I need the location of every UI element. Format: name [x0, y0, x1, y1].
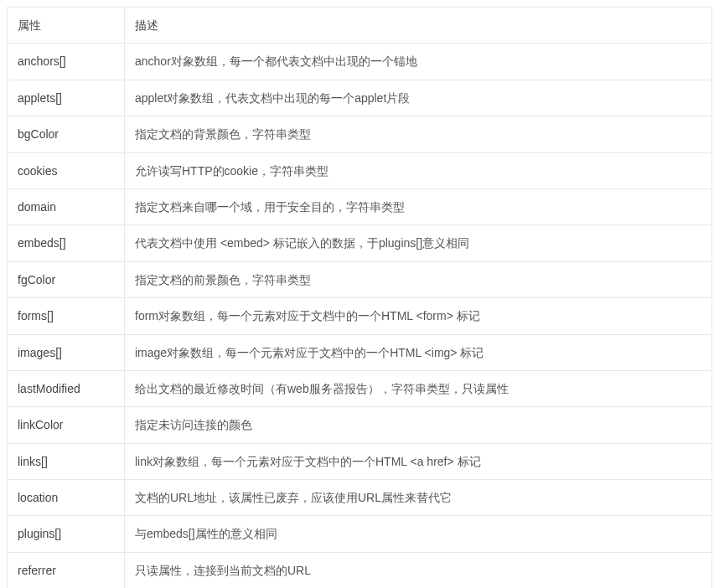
cell-desc: 允许读写HTTP的cookie，字符串类型: [125, 152, 712, 188]
table-body: anchors[] anchor对象数组，每一个都代表文档中出现的一个锚地 ap…: [8, 44, 712, 588]
properties-table: 属性 描述 anchors[] anchor对象数组，每一个都代表文档中出现的一…: [7, 7, 712, 588]
cell-desc: 文档的URL地址，该属性已废弃，应该使用URL属性来替代它: [125, 480, 712, 516]
cell-desc: 代表文档中使用 <embed> 标记嵌入的数据，于plugins[]意义相同: [125, 225, 712, 261]
table-row: links[] link对象数组，每一个元素对应于文档中的一个HTML <a h…: [8, 443, 712, 479]
header-description: 描述: [125, 8, 712, 44]
table-row: bgColor 指定文档的背景颜色，字符串类型: [8, 116, 712, 152]
table-row: plugins[] 与embeds[]属性的意义相同: [8, 516, 712, 552]
cell-attr: forms[]: [8, 298, 125, 334]
cell-attr: links[]: [8, 443, 125, 479]
cell-attr: bgColor: [8, 116, 125, 152]
cell-attr: images[]: [8, 334, 125, 370]
table-header-row: 属性 描述: [8, 8, 712, 44]
cell-desc: 指定文档来自哪一个域，用于安全目的，字符串类型: [125, 188, 712, 224]
cell-desc: 给出文档的最近修改时间（有web服务器报告），字符串类型，只读属性: [125, 370, 712, 406]
table-row: forms[] form对象数组，每一个元素对应于文档中的一个HTML <for…: [8, 298, 712, 334]
cell-attr: domain: [8, 188, 125, 224]
table-row: embeds[] 代表文档中使用 <embed> 标记嵌入的数据，于plugin…: [8, 225, 712, 261]
table-row: anchors[] anchor对象数组，每一个都代表文档中出现的一个锚地: [8, 44, 712, 80]
table-row: cookies 允许读写HTTP的cookie，字符串类型: [8, 152, 712, 188]
cell-attr: referrer: [8, 552, 125, 588]
table-row: linkColor 指定未访问连接的颜色: [8, 407, 712, 443]
cell-attr: cookies: [8, 152, 125, 188]
cell-attr: location: [8, 480, 125, 516]
cell-attr: anchors[]: [8, 44, 125, 80]
cell-attr: embeds[]: [8, 225, 125, 261]
table-row: images[] image对象数组，每一个元素对应于文档中的一个HTML <i…: [8, 334, 712, 370]
cell-desc: applet对象数组，代表文档中出现的每一个applet片段: [125, 80, 712, 116]
table-row: applets[] applet对象数组，代表文档中出现的每一个applet片段: [8, 80, 712, 116]
cell-desc: 指定文档的背景颜色，字符串类型: [125, 116, 712, 152]
cell-desc: 与embeds[]属性的意义相同: [125, 516, 712, 552]
table-row: domain 指定文档来自哪一个域，用于安全目的，字符串类型: [8, 188, 712, 224]
cell-attr: fgColor: [8, 261, 125, 297]
cell-desc: 只读属性，连接到当前文档的URL: [125, 552, 712, 588]
header-attribute: 属性: [8, 8, 125, 44]
table-row: lastModified 给出文档的最近修改时间（有web服务器报告），字符串类…: [8, 370, 712, 406]
cell-desc: 指定未访问连接的颜色: [125, 407, 712, 443]
cell-desc: link对象数组，每一个元素对应于文档中的一个HTML <a href> 标记: [125, 443, 712, 479]
table-row: referrer 只读属性，连接到当前文档的URL: [8, 552, 712, 588]
cell-desc: anchor对象数组，每一个都代表文档中出现的一个锚地: [125, 44, 712, 80]
table-row: fgColor 指定文档的前景颜色，字符串类型: [8, 261, 712, 297]
cell-desc: 指定文档的前景颜色，字符串类型: [125, 261, 712, 297]
cell-attr: applets[]: [8, 80, 125, 116]
cell-attr: plugins[]: [8, 516, 125, 552]
cell-attr: lastModified: [8, 370, 125, 406]
cell-desc: form对象数组，每一个元素对应于文档中的一个HTML <form> 标记: [125, 298, 712, 334]
table-row: location 文档的URL地址，该属性已废弃，应该使用URL属性来替代它: [8, 480, 712, 516]
cell-attr: linkColor: [8, 407, 125, 443]
cell-desc: image对象数组，每一个元素对应于文档中的一个HTML <img> 标记: [125, 334, 712, 370]
